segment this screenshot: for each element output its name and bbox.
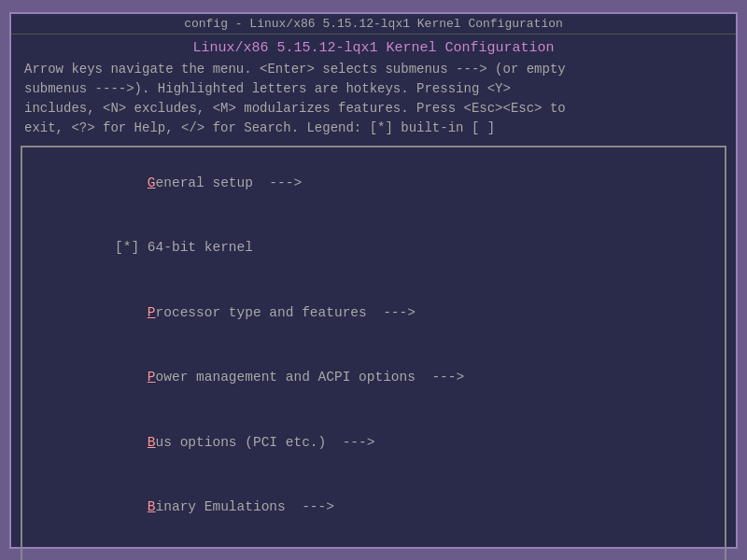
hotkey-p: P <box>148 305 156 320</box>
kernel-config-title: Linux/x86 5.15.12-lqx1 Kernel Configurat… <box>11 35 736 58</box>
instruction-line-2: submenus ---->). Highlighted letters are… <box>24 79 723 99</box>
menu-list: General setup ---> [*] 64-bit kernel Pro… <box>22 147 725 561</box>
hotkey-bi: B <box>148 499 156 514</box>
menu-item-general-setup[interactable]: General setup ---> <box>22 151 725 216</box>
content-area: Linux/x86 5.15.12-lqx1 Kernel Configurat… <box>11 35 736 561</box>
instruction-line-1: Arrow keys navigate the menu. <Enter> se… <box>24 60 723 79</box>
menu-item-power[interactable]: Power management and ACPI options ---> <box>22 345 725 410</box>
main-window: config - Linux/x86 5.15.12-lqx1 Kernel C… <box>9 12 738 549</box>
menu-item-64bit[interactable]: [*] 64-bit kernel <box>22 216 725 280</box>
hotkey-b: B <box>148 435 156 450</box>
instruction-line-3: includes, <N> excludes, <M> modularizes … <box>24 99 723 119</box>
window-title: config - Linux/x86 5.15.12-lqx1 Kernel C… <box>184 17 563 31</box>
menu-item-bus[interactable]: Bus options (PCI etc.) ---> <box>22 410 725 474</box>
title-bar: config - Linux/x86 5.15.12-lqx1 Kernel C… <box>11 14 736 35</box>
instructions-block: Arrow keys navigate the menu. <Enter> se… <box>11 58 736 140</box>
instruction-line-4: exit, <?> for Help, </> for Search. Lege… <box>24 119 723 138</box>
menu-item-binary[interactable]: Binary Emulations ---> <box>22 475 725 539</box>
menu-item-virt[interactable]: [*] Virtualization ---> <box>22 539 725 560</box>
menu-item-processor[interactable]: Processor type and features ---> <box>22 280 725 344</box>
menu-container: General setup ---> [*] 64-bit kernel Pro… <box>21 146 726 561</box>
hotkey-g: G <box>148 175 156 190</box>
hotkey-po: P <box>148 370 156 385</box>
